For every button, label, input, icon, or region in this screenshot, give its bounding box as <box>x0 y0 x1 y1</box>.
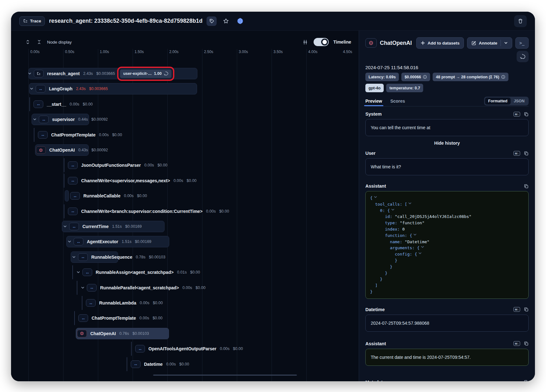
node-duration: 0.00s <box>70 102 80 106</box>
stat-badge: Latency: 0.69s <box>365 73 399 81</box>
tree-row[interactable]: ↔CurrentTime1.51s$0.00169 <box>11 219 359 234</box>
collapse-chevron[interactable] <box>28 72 32 75</box>
node-duration: 0.43s <box>78 148 88 152</box>
info-icon <box>423 75 427 79</box>
node-name: RunnableLambda <box>99 300 136 305</box>
stat-badge: $0.00066 <box>401 73 430 81</box>
collapse-chevron[interactable] <box>68 240 71 244</box>
markdown-toggle-icon[interactable]: M↓ <box>513 151 520 156</box>
collapse-chevron[interactable] <box>33 118 37 121</box>
playground-button[interactable]: >_ <box>515 37 529 49</box>
copy-icon[interactable] <box>524 307 529 312</box>
node-name: RunnableSequence <box>91 255 132 260</box>
add-to-datasets-button[interactable]: Add to datasets <box>416 37 464 49</box>
format-option-json[interactable]: JSON <box>511 98 528 105</box>
expand-all-button[interactable] <box>24 38 32 46</box>
copy-icon[interactable] <box>524 151 529 156</box>
copy-icon[interactable] <box>524 112 529 117</box>
hide-history-button[interactable]: Hide history <box>365 141 529 146</box>
runnable-icon: ↔ <box>70 192 80 200</box>
display-settings-button[interactable] <box>301 38 309 46</box>
star-button[interactable] <box>221 16 231 26</box>
tree-row[interactable]: ↔LangGraph2.43s$0.003665 <box>11 81 359 96</box>
node-name: ChannelWrite<branch:supervisor:condition… <box>81 209 203 214</box>
share-globe-icon[interactable] <box>235 16 245 26</box>
runnable-icon: ↔ <box>69 223 79 230</box>
runnable-icon: ↔ <box>135 345 145 353</box>
runnable-icon: ↔ <box>78 314 88 322</box>
assistant-tool-call-json: { tool_calls: [ 0: { id: "call_20jDSJ5jA… <box>365 191 529 299</box>
tab-scores[interactable]: Scores <box>390 99 405 106</box>
feedback-chip[interactable]: user-explicit-…1.00 <box>120 69 171 78</box>
assistant-final-message: The current date and time is 2024-07-25T… <box>365 349 529 366</box>
node-duration: 0.00s <box>173 178 183 183</box>
timeline-toggle-label: Timeline <box>333 39 351 45</box>
system-message: You can tell the current time at <box>365 119 529 136</box>
code-line: function: { <box>370 232 524 239</box>
runnable-icon: ↔ <box>38 131 48 139</box>
tree-row[interactable]: ↔RunnableAssign<agent_scratchpad>0.01s$0… <box>11 265 359 280</box>
node-duration: 0.00s <box>144 163 154 167</box>
collapse-all-button[interactable] <box>35 38 43 46</box>
collapse-chevron[interactable] <box>63 225 67 228</box>
node-duration: 0.76s <box>119 331 129 336</box>
node-duration: 0.00s <box>166 362 176 366</box>
collapse-chevron[interactable] <box>30 87 33 91</box>
runnable-icon: ↔ <box>68 177 78 184</box>
node-duration: 0.00s <box>99 133 109 137</box>
tree-row[interactable]: ↔AgentExecutor1.51s$0.00169 <box>11 234 359 249</box>
feedback-key: user-explicit-… <box>123 71 152 76</box>
run-timestamp: 2024-07-25 11:54:58.016 <box>365 65 529 70</box>
tree-row[interactable]: ↔RunnableCallable0.00s$0.00 <box>11 188 359 203</box>
tree-row[interactable]: research_agent2.43s$0.003665user-explici… <box>11 66 359 81</box>
tree-row[interactable]: ↔RunnableParallel<agent_scratchpad>0.00s… <box>11 280 359 295</box>
tree-row[interactable]: ↔ChatPromptTemplate0.00s$0.00 <box>11 127 359 142</box>
node-cost: $0.003665 <box>96 71 115 76</box>
markdown-toggle-icon[interactable]: M↓ <box>513 341 520 346</box>
tree-row[interactable]: ↔RunnableLambda0.00s$0.00 <box>11 295 359 311</box>
tree-row[interactable]: ↔JsonOutputFunctionsParser0.00s$0.00 <box>11 158 359 173</box>
timeline-toggle[interactable] <box>314 38 329 46</box>
format-option-formatted[interactable]: Formatted <box>485 98 511 105</box>
node-name: RunnableAssign<agent_scratchpad> <box>96 270 174 275</box>
node-cost: $0.00 <box>153 316 162 320</box>
chevron-down-icon[interactable] <box>504 41 508 45</box>
copy-icon[interactable] <box>524 341 529 346</box>
node-name: ChatOpenAI <box>90 331 116 336</box>
tree-row[interactable]: ↔ChatPromptTemplate0.00s$0.00 <box>11 311 359 326</box>
tree-row[interactable]: ↔__start__0.00s$0.00 <box>11 97 359 112</box>
annotate-button[interactable]: Annotate <box>467 37 512 49</box>
detail-tabs: PreviewScores FormattedJSON <box>365 97 529 106</box>
assistant-label: Assistant <box>365 341 386 346</box>
tree-row[interactable]: ↔RunnableSequence0.78s$0.00103 <box>11 250 359 265</box>
tree-row[interactable]: ↔ChannelWrite<supervisor,messages,next>0… <box>11 173 359 188</box>
star-icon <box>223 18 229 24</box>
node-name: LangGraph <box>49 86 73 91</box>
code-line: id: "call_20jDSJ5jA4olYJ6Ialzc08bs" <box>370 214 524 220</box>
datetime-label: Datetime <box>365 307 385 312</box>
assistant-tool-section-header: Assistant <box>365 184 529 189</box>
tab-preview[interactable]: Preview <box>365 99 382 106</box>
markdown-toggle-icon[interactable]: M↓ <box>513 112 520 117</box>
tree-row[interactable]: ↔Datetime0.00s$0.00 <box>11 357 359 372</box>
copy-icon[interactable] <box>524 380 529 381</box>
tree-row[interactable]: ↔OpenAIToolsAgentOutputParser0.00s$0.00 <box>11 341 359 356</box>
tree-row[interactable]: ↔ChannelWrite<branch:supervisor:conditio… <box>11 204 359 219</box>
delete-button[interactable] <box>514 15 527 27</box>
collapse-chevron[interactable] <box>72 255 76 259</box>
code-line: } <box>370 289 524 295</box>
markdown-toggle-icon[interactable]: M↓ <box>513 307 520 312</box>
node-cost: $0.00103 <box>132 331 149 336</box>
copy-icon[interactable] <box>524 184 529 189</box>
comment-button[interactable] <box>517 51 529 62</box>
collapse-chevron[interactable] <box>81 286 85 290</box>
tree-row[interactable]: ChatOpenAI0.76s$0.00103 <box>11 326 359 341</box>
node-cost: $0.00 <box>83 102 93 106</box>
node-cost: $0.00 <box>219 209 229 214</box>
collapse-chevron[interactable] <box>76 270 80 274</box>
code-line: type: "function" <box>370 220 524 226</box>
tree-row[interactable]: ↔supervisor0.44s$0.00092 <box>11 112 359 127</box>
tree-row[interactable]: ChatOpenAI0.43s$0.00092 <box>11 142 359 158</box>
tag-button[interactable] <box>207 16 217 26</box>
format-toggle: FormattedJSON <box>484 97 529 106</box>
